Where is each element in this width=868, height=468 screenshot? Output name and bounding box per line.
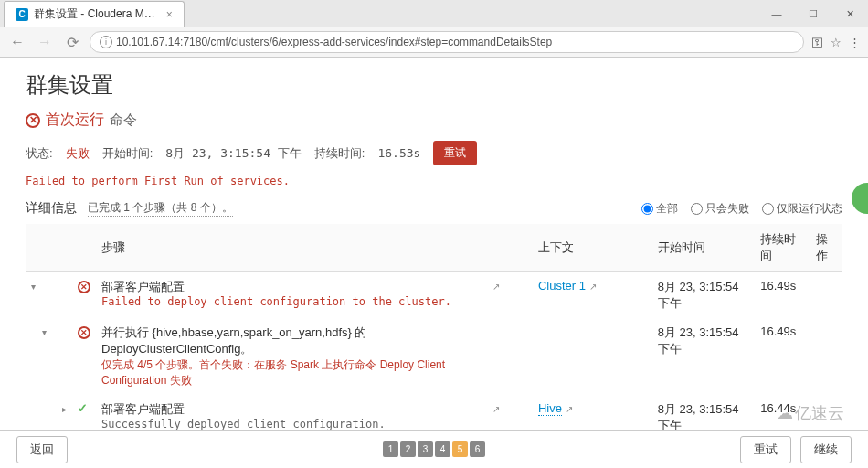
context-link[interactable]: Hive bbox=[538, 401, 562, 416]
site-info-icon[interactable]: i bbox=[100, 36, 112, 48]
browser-tab[interactable]: C 群集设置 - Cloudera M… × bbox=[4, 1, 185, 27]
tab-title: 群集设置 - Cloudera M… bbox=[34, 6, 155, 22]
step-row[interactable]: ▾ ✕ 部署客户端配置 Failed to deploy client conf… bbox=[26, 272, 842, 319]
external-icon[interactable]: ↗ bbox=[492, 282, 500, 292]
subtitle-main: 首次运行 bbox=[46, 111, 104, 130]
star-icon[interactable]: ☆ bbox=[831, 36, 842, 49]
error-icon: ✕ bbox=[78, 281, 90, 293]
page-1[interactable]: 1 bbox=[383, 441, 398, 457]
page-4[interactable]: 4 bbox=[435, 441, 450, 457]
step-start: 8月 23, 3:15:54 下午 bbox=[652, 272, 756, 319]
status-value: 失败 bbox=[66, 145, 90, 162]
cloud-icon: ☁ bbox=[777, 403, 793, 423]
step-start: 8月 23, 3:15:54 下午 bbox=[652, 318, 756, 395]
key-icon[interactable]: ⚿ bbox=[811, 36, 823, 49]
external-icon[interactable]: ↗ bbox=[492, 404, 500, 414]
step-sub: Failed to deploy client configuration to… bbox=[101, 295, 482, 308]
watermark: ☁ 亿速云 bbox=[777, 402, 844, 424]
duration-value: 16.53s bbox=[377, 146, 420, 160]
forward-icon[interactable]: → bbox=[35, 32, 55, 52]
favicon-icon: C bbox=[16, 8, 28, 21]
error-message: Failed to perform First Run of services. bbox=[26, 175, 842, 187]
retry-button-footer[interactable]: 重试 bbox=[740, 436, 791, 463]
chevron-down-icon[interactable]: ▾ bbox=[31, 282, 36, 292]
start-value: 8月 23, 3:15:54 下午 bbox=[165, 145, 302, 162]
check-icon: ✓ bbox=[78, 401, 88, 415]
page-2[interactable]: 2 bbox=[400, 441, 416, 457]
context-link[interactable]: Cluster 1 bbox=[538, 279, 586, 293]
retry-button[interactable]: 重试 bbox=[433, 141, 477, 165]
step-name: 并行执行 {hive,hbase,yarn,spark_on_yarn,hdfs… bbox=[101, 324, 482, 357]
col-start: 开始时间 bbox=[652, 224, 756, 272]
address-bar[interactable]: i 10.101.67.14:7180/cmf/clusters/6/expre… bbox=[90, 31, 804, 53]
page-title: 群集设置 bbox=[26, 70, 842, 100]
reload-icon[interactable]: ⟳ bbox=[62, 32, 82, 52]
col-op: 操作 bbox=[810, 224, 842, 272]
chevron-down-icon[interactable]: ▾ bbox=[42, 327, 47, 337]
status-label: 状态: bbox=[26, 145, 53, 162]
menu-icon[interactable]: ⋮ bbox=[849, 36, 861, 49]
page-5[interactable]: 5 bbox=[452, 441, 468, 457]
tab-close-icon[interactable]: × bbox=[166, 8, 173, 21]
duration-label: 持续时间: bbox=[314, 145, 365, 162]
url-text: 10.101.67.14:7180/cmf/clusters/6/express… bbox=[116, 36, 552, 48]
maximize-icon[interactable]: ☐ bbox=[795, 0, 831, 27]
step-dur: 16.49s bbox=[755, 272, 810, 319]
start-label: 开始时间: bbox=[102, 145, 153, 162]
continue-button[interactable]: 继续 bbox=[800, 436, 852, 463]
filter-all[interactable]: 全部 bbox=[641, 201, 678, 217]
step-row[interactable]: ▾ ✕ 并行执行 {hive,hbase,yarn,spark_on_yarn,… bbox=[26, 318, 842, 395]
error-icon: ✕ bbox=[78, 326, 90, 339]
col-step: 步骤 bbox=[96, 224, 487, 272]
page-3[interactable]: 3 bbox=[418, 441, 433, 457]
external-icon[interactable]: ↗ bbox=[589, 282, 597, 292]
step-sub: Successfully deployed client configurati… bbox=[101, 418, 482, 431]
close-window-icon[interactable]: ✕ bbox=[831, 0, 868, 27]
error-icon: ✕ bbox=[26, 113, 40, 128]
detail-title: 详细信息 bbox=[26, 200, 77, 217]
step-name: 部署客户端配置 bbox=[101, 401, 482, 418]
step-name: 部署客户端配置 bbox=[101, 279, 482, 295]
progress-link[interactable]: 已完成 1 个步骤（共 8 个）。 bbox=[88, 200, 233, 217]
filter-fail[interactable]: 只会失败 bbox=[691, 201, 749, 217]
col-dur: 持续时间 bbox=[755, 224, 810, 272]
back-button[interactable]: 返回 bbox=[16, 436, 68, 463]
step-sub: 仅完成 4/5 个步骤。首个失败：在服务 Spark 上执行命令 Deploy … bbox=[101, 357, 482, 388]
external-icon[interactable]: ↗ bbox=[566, 404, 573, 414]
page-6[interactable]: 6 bbox=[470, 441, 485, 457]
step-dur: 16.49s bbox=[755, 318, 810, 395]
back-icon[interactable]: ← bbox=[7, 32, 27, 52]
minimize-icon[interactable]: — bbox=[758, 0, 795, 27]
col-ctx: 上下文 bbox=[533, 224, 652, 272]
filter-running[interactable]: 仅限运行状态 bbox=[762, 201, 842, 217]
chevron-right-icon[interactable]: ▸ bbox=[62, 404, 67, 414]
subtitle-sub: 命令 bbox=[110, 112, 137, 129]
pager: 1 2 3 4 5 6 bbox=[383, 441, 485, 457]
